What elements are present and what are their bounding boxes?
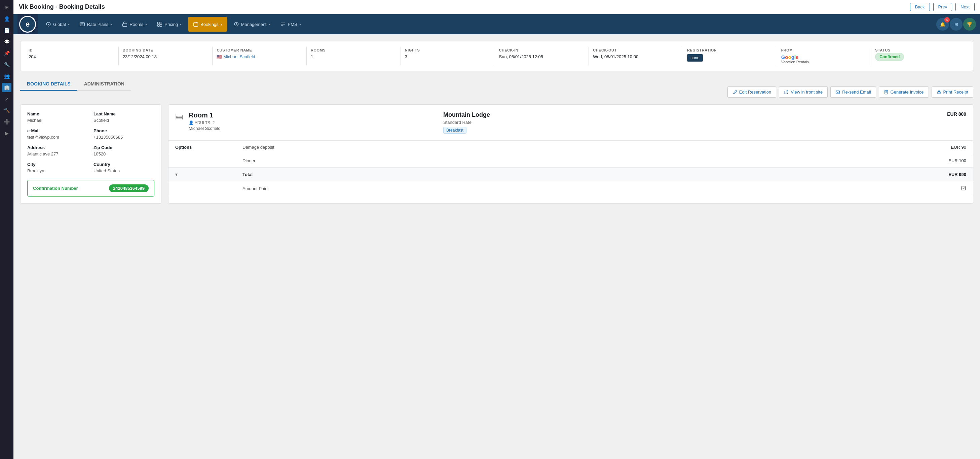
field-country: Country United States [94,162,154,173]
svg-rect-11 [937,91,940,94]
room-rate: Standard Rate [443,120,942,125]
nav-item-global[interactable]: Global ▾ [41,14,74,34]
nav-item-pricing[interactable]: Pricing ▾ [152,14,186,34]
nav-management-label: Management [241,22,267,27]
grid-view-button[interactable]: ⊞ [950,18,963,30]
breakfast-badge: Breakfast [443,127,466,134]
room-price: EUR 800 [947,112,966,117]
svg-rect-2 [123,24,127,26]
sidebar-icon-person[interactable]: 👥 [2,71,11,81]
table-row-amount-paid: Amount Paid [169,182,973,196]
amount-paid-empty [169,182,236,196]
summary-registration-value: none [687,54,773,62]
nav-rooms-chevron: ▾ [145,22,147,26]
summary-checkout-value: Wed, 08/01/2025 10:00 [593,54,679,59]
print-receipt-button[interactable]: Print Receipt [932,86,973,97]
tabs-action-row: BOOKING DETAILS ADMINISTRATION Edit Rese… [20,78,973,97]
sidebar-icon-dashboard[interactable]: ⊞ [2,3,11,12]
prev-button[interactable]: Prev [933,3,953,11]
amount-paid-edit-icon[interactable] [672,182,973,196]
confirmation-number: 2420485364599 [109,185,149,192]
resend-email-button[interactable]: Re-send Email [830,86,876,97]
sidebar-icon-comments[interactable]: 💬 [2,37,11,46]
nav-item-rooms[interactable]: Rooms ▾ [118,14,152,34]
chevron-down-icon[interactable]: ▾ [175,172,178,177]
summary-from-value: Google Vacation Rentals [781,54,867,64]
room-guest: Michael Scofield [189,126,438,131]
summary-checkin-label: CHECK-IN [499,48,585,52]
view-front-site-button[interactable]: View in front site [779,86,828,97]
nav-global-label: Global [53,22,66,27]
tab-booking-details[interactable]: BOOKING DETAILS [20,78,77,91]
navigation: e Global ▾ Rate Plans ▾ Rooms ▾ Pricing … [13,14,980,34]
sidebar-icon-tools[interactable]: 🔧 [2,60,11,69]
total-price: EUR 990 [672,167,973,182]
sidebar-icon-pages[interactable]: 📄 [2,26,11,35]
summary-registration-label: REGISTRATION [687,48,773,52]
email-label: e-Mail [27,128,88,133]
nav-rooms-label: Rooms [129,22,143,27]
svg-rect-1 [80,22,84,26]
tab-administration[interactable]: ADMINISTRATION [77,78,131,91]
option-2-price: EUR 100 [672,154,973,167]
back-button[interactable]: Back [910,3,930,11]
summary-from: FROM Google Vacation Rentals [777,47,871,65]
confirmation-box: Confirmation Number 2420485364599 [27,180,154,196]
summary-nights: NIGHTS 3 [401,47,495,65]
address-label: Address [27,145,88,150]
nav-item-pms[interactable]: PMS ▾ [275,14,305,34]
summary-id: ID 204 [29,47,119,65]
svg-point-0 [48,24,49,25]
person-icon: 👤 [189,121,194,125]
room-title: Room 1 [189,112,438,119]
option-2-name: Dinner [236,154,672,167]
field-city: City Brooklyn [27,162,88,173]
field-address: Address Atlantic ave 277 [27,145,88,156]
generate-invoice-button[interactable]: Generate Invoice [879,86,929,97]
city-value: Brooklyn [27,168,88,173]
summary-status-label: STATUS [875,48,961,52]
topbar: Vik Booking - Booking Details Back Prev … [13,0,980,14]
sidebar-icon-plus[interactable]: ➕ [2,117,11,126]
nav-global-chevron: ▾ [68,22,70,26]
edit-reservation-button[interactable]: Edit Reservation [727,86,776,97]
adults-label: ADULTS: 2 [195,121,215,125]
nav-item-bookings[interactable]: Bookings ▾ [188,17,227,32]
trophy-button[interactable]: 🏆 [963,18,976,30]
customer-card: Name Michael Last Name Scofield e-Mail t… [20,104,161,204]
last-name-label: Last Name [94,112,154,116]
sidebar-icon-users[interactable]: 👤 [2,14,11,24]
generate-invoice-label: Generate Invoice [891,89,924,94]
summary-customer-label: CUSTOMER NAME [216,48,302,52]
action-buttons: Edit Reservation View in front site Re-s… [727,86,973,97]
svg-rect-4 [160,22,162,24]
email-icon [835,90,840,94]
sidebar-icon-pin[interactable]: 📌 [2,48,11,58]
notification-bell-button[interactable]: 🔔 1 [936,18,949,30]
sidebar-icon-building[interactable]: 🏢 [2,83,11,92]
sidebar-icon-share[interactable]: ↗ [2,94,11,104]
print-icon [937,90,941,94]
google-sub-text: Vacation Rentals [781,60,809,64]
nav-item-management[interactable]: Management ▾ [229,14,275,34]
sidebar-icon-wrench[interactable]: 🔨 [2,106,11,115]
edit-square-icon [961,185,966,191]
customer-name-link[interactable]: Michael Scofield [223,54,255,59]
svg-rect-12 [961,186,965,190]
nav-pricing-label: Pricing [164,22,178,27]
nav-bookings-label: Bookings [200,22,218,27]
field-email: e-Mail test@vikwp.com [27,128,88,140]
svg-rect-5 [158,25,160,27]
svg-rect-9 [836,91,840,93]
nav-item-rate-plans[interactable]: Rate Plans ▾ [75,14,117,34]
next-button[interactable]: Next [955,3,975,11]
logo-letter: e [19,16,36,33]
bed-icon: 🛏 [175,112,183,121]
sidebar-icon-play[interactable]: ▶ [2,129,11,138]
table-row-options-header: Options Damage deposit EUR 90 [169,141,973,154]
email-value: test@vikwp.com [27,135,88,140]
main-content: Vik Booking - Booking Details Back Prev … [13,0,980,459]
amount-paid-label: Amount Paid [236,182,672,196]
last-name-value: Scofield [94,118,154,123]
summary-from-label: FROM [781,48,867,52]
